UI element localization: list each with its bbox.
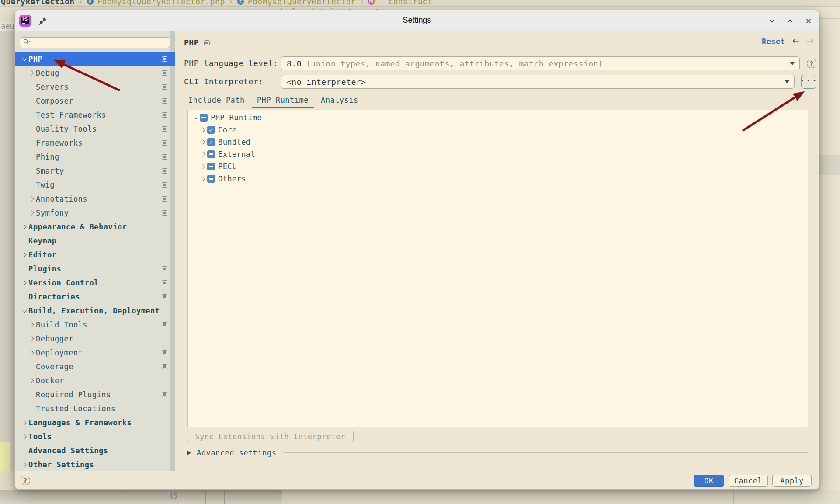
- close-icon[interactable]: [805, 17, 812, 24]
- sidebar-item-label: Directories: [28, 292, 80, 301]
- chevron-right-icon[interactable]: [199, 126, 206, 133]
- cancel-button[interactable]: Cancel: [729, 475, 768, 487]
- runtime-tree-item-others[interactable]: Others: [188, 173, 808, 185]
- back-arrow-icon[interactable]: ←: [792, 35, 800, 46]
- sidebar-item-languages-frameworks[interactable]: Languages & Frameworks: [15, 416, 175, 430]
- reset-link[interactable]: Reset: [762, 37, 785, 46]
- sidebar-item-twig[interactable]: Twig: [15, 178, 175, 192]
- chevron-down-icon[interactable]: [20, 56, 28, 63]
- sidebar-item-frameworks[interactable]: Frameworks: [15, 136, 175, 150]
- sidebar-item-debug[interactable]: Debug: [15, 66, 175, 80]
- tab-php-runtime[interactable]: PHP Runtime: [251, 93, 315, 108]
- breadcrumb-item-pdomysqlqueryreflector-php[interactable]: PdoMysqlQueryReflector.php: [97, 0, 225, 6]
- cli-interpreter-browse-button[interactable]: ...: [801, 75, 816, 89]
- sidebar-item-label: Servers: [36, 83, 69, 91]
- sidebar-item-label: Version Control: [28, 278, 99, 287]
- search-input[interactable]: [33, 39, 167, 47]
- chevron-down-icon[interactable]: [768, 17, 775, 24]
- project-level-icon: [162, 98, 167, 104]
- sidebar-item-build-execution-deployment[interactable]: Build, Execution, Deployment: [15, 304, 175, 318]
- sidebar-item-test-frameworks[interactable]: Test Frameworks: [15, 108, 175, 122]
- sidebar-item-quality-tools[interactable]: Quality Tools: [15, 122, 175, 136]
- help-icon[interactable]: ?: [807, 59, 816, 68]
- chevron-right-icon[interactable]: [199, 151, 206, 158]
- sidebar-item-tools[interactable]: Tools: [15, 430, 175, 444]
- chevron-right-icon[interactable]: [20, 419, 28, 426]
- checkbox-checked[interactable]: ✓: [207, 126, 215, 134]
- sidebar-item-debugger[interactable]: Debugger: [15, 332, 175, 346]
- sidebar-item-build-tools[interactable]: Build Tools: [15, 318, 175, 332]
- chevron-right-icon[interactable]: [28, 321, 35, 328]
- chevron-right-icon[interactable]: [20, 433, 28, 440]
- chevron-right-icon[interactable]: [28, 70, 35, 76]
- chevron-down-icon[interactable]: [20, 307, 28, 314]
- sidebar-item-version-control[interactable]: Version Control: [15, 276, 175, 290]
- php-language-level-select[interactable]: 8.0 (union types, named arguments, attri…: [281, 56, 800, 70]
- chevron-right-icon[interactable]: [199, 163, 206, 170]
- chevron-down-icon[interactable]: [191, 114, 199, 121]
- sidebar-item-keymap[interactable]: Keymap: [15, 234, 175, 248]
- tab-analysis[interactable]: Analysis: [315, 93, 364, 108]
- sync-extensions-button[interactable]: Sync Extensions with Interpreter: [187, 431, 354, 442]
- sidebar-item-phing[interactable]: Phing: [15, 150, 175, 164]
- runtime-tree-item-core[interactable]: ✓Core: [188, 124, 808, 136]
- sidebar-item-other-settings[interactable]: Other Settings: [15, 458, 175, 472]
- project-level-icon: [162, 280, 167, 285]
- sidebar-item-label: Trusted Locations: [36, 404, 116, 413]
- checkbox-partial[interactable]: [207, 163, 215, 170]
- sidebar-item-directories[interactable]: Directories: [15, 290, 175, 304]
- help-button[interactable]: ?: [21, 476, 30, 485]
- sidebar-item-symfony[interactable]: Symfony: [15, 206, 175, 220]
- runtime-tree-item-php-runtime[interactable]: PHP Runtime: [188, 111, 808, 124]
- chevron-right-icon[interactable]: [20, 223, 28, 230]
- sidebar-item-editor[interactable]: Editor: [15, 248, 175, 262]
- checkbox-partial[interactable]: [207, 175, 215, 183]
- chevron-right-icon[interactable]: [199, 139, 206, 146]
- sidebar-item-appearance-behavior[interactable]: Appearance & Behavior: [15, 220, 175, 234]
- checkbox-partial[interactable]: [200, 114, 208, 122]
- sidebar-item-composer[interactable]: Composer: [15, 94, 175, 108]
- sidebar-item-required-plugins[interactable]: Required Plugins: [15, 388, 175, 402]
- checkbox-checked[interactable]: ✓: [207, 138, 215, 146]
- runtime-tree-item-external[interactable]: External: [188, 148, 808, 160]
- sidebar-item-smarty[interactable]: Smarty: [15, 164, 175, 178]
- runtime-tree-item-bundled[interactable]: ✓Bundled: [188, 136, 808, 148]
- chevron-right-icon[interactable]: [28, 335, 35, 342]
- sidebar-item-coverage[interactable]: Coverage: [15, 360, 175, 374]
- settings-search[interactable]: [20, 37, 170, 48]
- runtime-tree-item-label: External: [218, 150, 255, 159]
- chevron-right-icon[interactable]: [28, 195, 35, 202]
- sidebar-item-label: Debugger: [36, 334, 73, 343]
- chevron-slot: [20, 293, 28, 300]
- chevron-up-icon[interactable]: [787, 17, 794, 24]
- sidebar-item-servers[interactable]: Servers: [15, 80, 175, 94]
- apply-button[interactable]: Apply: [772, 475, 812, 487]
- sidebar-item-php[interactable]: PHP: [15, 52, 175, 66]
- chevron-right-icon[interactable]: [20, 279, 28, 286]
- chevron-right-icon[interactable]: [20, 251, 28, 258]
- sidebar-item-trusted-locations[interactable]: Trusted Locations: [15, 402, 175, 416]
- breadcrumb-item-pdomysqlqueryreflector[interactable]: PdoMysqlQueryReflector: [248, 0, 356, 6]
- tab-include-path[interactable]: Include Path: [182, 93, 251, 108]
- chevron-right-icon[interactable]: [20, 461, 28, 468]
- ok-button[interactable]: OK: [694, 475, 724, 487]
- chevron-slot: [28, 181, 35, 188]
- breadcrumb-item-construct[interactable]: __construct: [378, 0, 433, 6]
- sidebar-item-advanced-settings[interactable]: Advanced Settings: [15, 444, 175, 458]
- forward-arrow-icon[interactable]: →: [806, 35, 814, 46]
- sidebar-item-plugins[interactable]: Plugins: [15, 262, 175, 276]
- chevron-right-icon[interactable]: [28, 377, 35, 384]
- sidebar-item-annotations[interactable]: Annotations: [15, 192, 175, 206]
- breadcrumb-item-queryreflection[interactable]: QueryReflection: [1, 0, 75, 6]
- dialog-titlebar: PS Settings: [15, 10, 819, 31]
- checkbox-partial[interactable]: [207, 150, 215, 158]
- advanced-settings-expander[interactable]: Advanced settings: [187, 447, 808, 459]
- chevron-right-icon[interactable]: [28, 349, 35, 356]
- cli-interpreter-select[interactable]: <no interpreter>: [281, 75, 795, 89]
- sidebar-item-docker[interactable]: Docker: [15, 374, 175, 388]
- chevron-right-icon[interactable]: [28, 209, 35, 216]
- php-settings-page: PHP Reset ← → PHP language level: 8.0 (u…: [175, 31, 819, 471]
- chevron-right-icon[interactable]: [199, 175, 206, 182]
- sidebar-item-deployment[interactable]: Deployment: [15, 346, 175, 360]
- runtime-tree-item-pecl[interactable]: PECL: [188, 160, 808, 173]
